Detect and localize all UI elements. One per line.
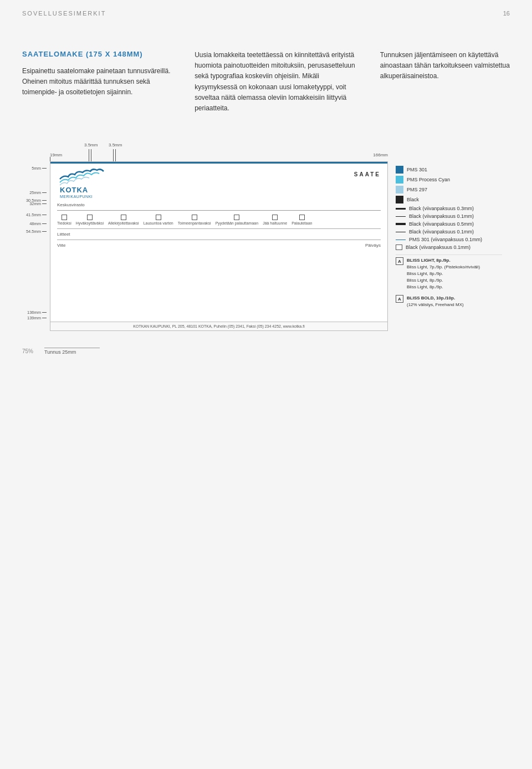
field-allekirjoitettavaksi: Allekirjoitettavaksi [108,215,139,225]
diagram-container: 19mm 3.5mm 3.5mm 166mm 5mm 25mm [22,141,510,331]
swatch-pms301 [396,166,403,174]
keskusvirasto: Keskusvirasto [50,201,387,208]
legend-line-pms301: PMS 301 (viivanpaksuus 0.1mm) [396,237,502,242]
meas-3-5mm-2: 3.5mm [109,142,122,147]
meas-5mm-label: 5mm [32,166,47,171]
paragraph-3: Tunnuksen jäljentämiseen on käytettävä a… [380,50,510,82]
legend-box-outline: Black (viivanpaksuus 0.1mm) [396,245,502,250]
form-body-space [50,249,387,322]
swatch-line-03 [396,208,406,210]
meas-136mm-label: 136mm [27,310,47,315]
meas-139mm-label: 139mm [27,315,47,320]
legend-a-label-2: A [396,295,403,303]
legend-black: Black [396,196,502,203]
divider-1 [57,210,381,211]
legend-pms301: PMS 301 [396,166,502,174]
legend-typo-2: A BLISS BOLD, 10p./10p. (12% välistys, F… [396,295,502,308]
checkbox-palautetaan [299,215,305,220]
legend-line-01b: Black (viivanpaksuus 0.1mm) [396,229,502,235]
legend-typo-1: A BLISS LIGHT, 8p./9p. Bliss Light, 7p./… [396,257,502,291]
meas-48mm-label: 48mm [29,221,47,226]
page: SOVELLUSESIMERKIT 16 SAATELOMAKE (175 x … [0,0,532,769]
swatch-process-cyan [396,176,403,184]
field-jaa-haltuunne: Jää haltuunne [263,215,287,225]
swatch-black [396,196,403,203]
svg-text:KOTKA: KOTKA [60,186,88,194]
form-header-row: KOTKA MERIKAUPUNKI SAATE [50,164,387,201]
legend-label-line-03: Black (viivanpaksuus 0.3mm) [409,206,474,211]
swatch-box-outline [396,245,402,250]
tick-35-1b [91,149,91,161]
left-measurements: 5mm 25mm 30.5mm 32mm 41.5mm [22,161,50,331]
section-heading: SAATELOMAKE (175 x 148mm) [22,50,178,58]
paivays-label: Päiväys [365,243,381,248]
checkbox-hyvaksyttavaksi [87,215,93,220]
swatch-pms297 [396,186,403,193]
checkbox-jaa [272,215,278,220]
field-lausuntoa: Lausuntoa varten [144,215,173,225]
legend-process-cyan: PMS Process Cyan [396,176,502,184]
swatch-line-05 [396,223,406,225]
top-ruler: 19mm 3.5mm 3.5mm 166mm [50,141,510,161]
legend-typo-1-heading: BLISS LIGHT, 8p./9p. [407,258,451,263]
meas-415mm-label: 41.5mm [26,212,47,217]
form-footer: KOTKAN KAUPUNKI, PL 205, 48101 KOTKA, Pu… [50,322,387,330]
paragraph-3-block: Tunnuksen jäljentämiseen on käytettävä a… [380,50,510,114]
page-number: 16 [503,10,510,17]
page-header: SOVELLUSESIMERKIT 16 [0,0,532,17]
legend-panel: PMS 301 PMS Process Cyan PMS 297 Black [388,161,510,331]
paragraph-1: Esipainettu saatelomake painetaan tunnus… [22,66,178,98]
legend-label-pms297: PMS 297 [407,187,427,192]
legend-label-line-01b: Black (viivanpaksuus 0.1mm) [409,229,474,235]
paragraph-2: Uusia lomakkeita teetettäessä on kiinnit… [195,50,364,114]
tick-35-2 [113,149,114,161]
kotka-logo: KOTKA MERIKAUPUNKI [57,167,107,201]
legend-label-pms301: PMS 301 [407,167,427,172]
field-palautetaan: Palautetaan [291,215,312,225]
field-hyvaksyttavaksi: Hyväksyttäväksi [76,215,104,225]
legend-label-line-01a: Black (viivanpaksuus 0.1mm) [409,213,474,219]
checkbox-pyydetaan [234,215,239,220]
checkbox-toimeenpantavaksi [192,215,197,220]
tick-35-2b [115,149,116,161]
divider-3 [57,240,381,240]
field-tiedoksi: Tiedoksi [57,215,71,225]
page-title: SOVELLUSESIMERKIT [22,10,106,17]
form-diagram: KOTKA MERIKAUPUNKI SAATE Keskusvirasto T… [50,161,388,331]
field-toimeenpantavaksi: Toimeenpantavaksi [178,215,211,225]
legend-typo-2-text: BLISS BOLD, 10p./10p. (12% välistys, Fre… [407,295,464,308]
intro-block: SAATELOMAKE (175 x 148mm) Esipainettu sa… [22,50,178,114]
checkbox-tiedoksi [62,215,67,220]
swatch-line-01a [396,216,406,217]
legend-label-box-outline: Black (viivanpaksuus 0.1mm) [406,245,470,250]
tunnus-label: Tunnus 25mm [44,348,100,355]
legend-line-05: Black (viivanpaksuus 0.5mm) [396,221,502,227]
field-pyydetaan: Pyydetään palauttamaan [216,215,258,225]
diagram-main-row: 5mm 25mm 30.5mm 32mm 41.5mm [22,161,510,331]
tick-35-1 [89,149,89,161]
legend-typo-separator [396,254,502,255]
bottom-section: 75% Tunnus 25mm [0,342,532,355]
legend-pms297: PMS 297 [396,186,502,193]
meas-3-5mm-1: 3.5mm [84,142,98,147]
svg-text:MERIKAUPUNKI: MERIKAUPUNKI [60,195,93,198]
legend-a-label-1: A [396,257,403,265]
meas-166mm: 166mm [373,152,388,157]
legend-line-01a: Black (viivanpaksuus 0.1mm) [396,213,502,219]
swatch-line-01b [396,232,406,232]
meas-25mm-label: 25mm [29,190,47,195]
legend-line-03: Black (viivanpaksuus 0.3mm) [396,206,502,211]
tick-left [50,157,50,161]
paragraph-2-block: Uusia lomakkeita teetettäessä on kiinnit… [195,50,364,114]
content-section: SAATELOMAKE (175 x 148mm) Esipainettu sa… [0,28,532,125]
percentage-label: 75% [22,348,33,354]
legend-label-line-pms301: PMS 301 (viivanpaksuus 0.1mm) [409,237,482,242]
legend-typo-1-text: BLISS LIGHT, 8p./9p. Bliss Light, 7p./9p… [407,257,480,291]
checkbox-allekirjoitettavaksi [121,215,126,220]
meas-19mm: 19mm [50,152,62,157]
viite-label: Viite [57,243,65,248]
meas-545mm-label: 54.5mm [26,229,47,234]
meas-32mm-label: 32mm [29,201,47,206]
divider-2 [57,228,381,229]
legend-label-line-05: Black (viivanpaksuus 0.5mm) [409,221,474,227]
